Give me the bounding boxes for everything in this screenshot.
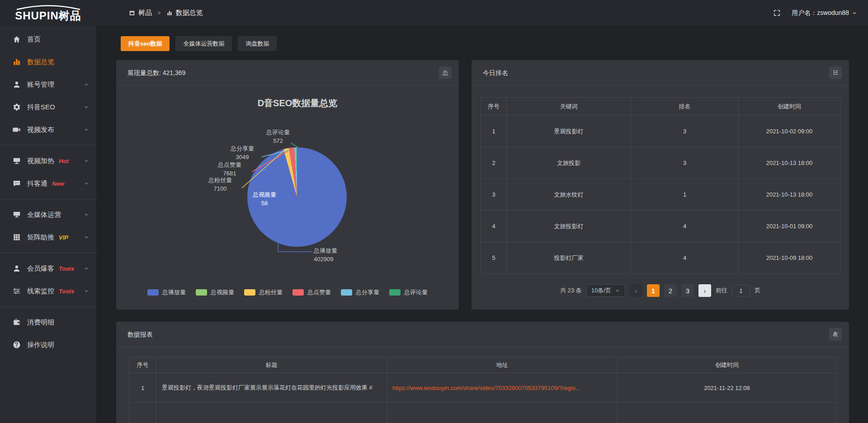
table-header-row: 序号标题地址创建时间 [129,357,837,373]
ranking-panel: 今日排名 日 序号关键词排名创建时间1景观投影灯32021-10-02 09:0… [472,60,849,310]
page-button-3[interactable]: 3 [681,284,694,297]
sidebar-item-clue-monitor[interactable]: 线索监控Tools [0,280,96,302]
video-icon [13,126,21,134]
chevron-down-icon [84,158,89,164]
sliders-icon [13,287,21,295]
tab-inquiry-data[interactable]: 询盘数据 [238,36,277,51]
chart-legend: 总播放量总视频量总粉丝量总点赞量总分享量总评论量 [116,288,459,296]
column-header: 地址 [387,357,618,373]
sidebar-item-douketong[interactable]: 抖客通New [0,172,96,195]
legend-swatch [341,289,352,296]
table-cell: 5 [481,242,507,274]
overview-total-text: 展现量总数: 421,369 [127,69,185,76]
sidebar-item-label: 抖音SEO [27,103,55,112]
table-cell: 3 [631,116,739,147]
legend-item[interactable]: 总播放量 [147,288,186,296]
chevron-down-icon [84,181,89,186]
prev-page-button[interactable]: ‹ [630,284,642,297]
pie-label-videos: 总视频量58 [240,190,289,207]
title-cell: 景观投影灯，夜游景观投影灯厂家展示展示落花灯在花园里的灯光投影应用效果 # [156,373,387,403]
table-cell: 2 [481,147,507,179]
page-size-select[interactable]: 10条/页 [586,284,625,297]
sidebar-item-douyin-seo[interactable]: 抖音SEO [0,96,96,118]
page-button-1[interactable]: 1 [647,284,660,297]
report-panel-header: 数据报表 [116,322,849,348]
breadcrumb-home[interactable]: 树品 [129,9,152,17]
bar-chart-icon [166,10,173,16]
next-page-button[interactable]: › [698,284,711,297]
legend-item[interactable]: 总粉丝量 [244,288,283,296]
data-tabs: 抖音seo数据全媒体运营数据询盘数据 [121,36,277,51]
legend-swatch [244,289,255,296]
legend-swatch [196,289,207,296]
legend-item[interactable]: 总视频量 [196,288,234,296]
user-icon [13,80,21,89]
sidebar-item-badge: Tools [59,288,74,295]
chevron-down-icon [615,288,620,293]
sidebar-item-data-overview[interactable]: 数据总览 [0,51,96,73]
chevron-down-icon [84,127,89,132]
report-title: 数据报表 [127,331,153,338]
table-cell: 投影灯厂家 [507,242,631,274]
legend-item[interactable]: 总评论量 [389,288,428,296]
legend-item[interactable]: 总分享量 [341,288,379,296]
user-menu[interactable]: 用户名：zswodun88 [792,9,857,17]
sidebar-item-badge: New [52,180,64,187]
sidebar-item-account-management[interactable]: 账号管理 [0,73,96,96]
sidebar-item-media-operation[interactable]: 全媒体运营 [0,203,96,226]
table-cell [156,403,387,423]
created-cell: 2021-11-22 12:08 [618,373,837,403]
legend-swatch [292,289,304,296]
legend-item[interactable]: 总点赞量 [292,288,331,296]
wallet-icon [13,318,21,326]
index-cell: 1 [129,373,156,403]
pie-label-shares: 总分享量3049 [217,144,267,161]
table-cell: 1 [481,116,507,147]
report-table: 序号标题地址创建时间1景观投影灯，夜游景观投影灯厂家展示展示落花灯在花园里的灯光… [129,357,837,423]
gear-icon [13,103,21,111]
table-cell: 文旅投影灯 [507,211,631,242]
table-cell: 文旅水纹灯 [507,179,631,211]
pagination: 共 23 条10条/页‹123›前往页 [472,284,849,297]
daily-badge[interactable]: 日 [829,66,842,79]
legend-label: 总分享量 [356,288,379,296]
table-row: 5投影灯厂家42021-10-09 18:00 [481,242,840,274]
table-cell: 3 [631,147,739,179]
sidebar-item-label: 消费明细 [27,318,54,327]
sidebar-item-video-heat[interactable]: 视频加热Hot [0,150,96,172]
pie-label-comments: 总评论量572 [253,128,303,145]
sidebar-item-consumption-detail[interactable]: 消费明细 [0,311,96,334]
goto-page-input[interactable] [732,285,750,296]
report-table: 序号标题地址创建时间1景观投影灯，夜游景观投影灯厂家展示展示落花灯在花园里的灯光… [129,357,837,423]
sidebar-item-label: 首页 [27,35,41,44]
chevron-down-icon [84,212,89,217]
sidebar-item-instructions[interactable]: 操作说明 [0,334,96,356]
sidebar-item-home[interactable]: 首页 [0,28,96,51]
table-header-row: 序号关键词排名创建时间 [481,98,840,116]
logo[interactable]: SHUPIN树品 [0,5,96,21]
column-header: 排名 [631,98,739,116]
chevron-down-icon [84,104,89,110]
video-link[interactable]: https://www.iesdouyin.com/share/video/70… [392,385,580,391]
logo-text: SHUPIN树品 [15,10,81,21]
fullscreen-icon[interactable] [773,9,781,17]
sidebar-item-badge: VIP [59,234,68,241]
top-header: SHUPIN树品 树品 > 数据总览 用户名：zswodun88 [0,0,868,26]
pie-label-fans: 总粉丝量7100 [195,176,245,193]
breadcrumb-current[interactable]: 数据总览 [166,9,203,17]
sidebar-item-video-publish[interactable]: 视频发布 [0,118,96,141]
table-badge[interactable]: 表 [829,328,842,341]
breadcrumb: 树品 > 数据总览 [129,9,203,17]
sidebar-item-member-burst[interactable]: 会员爆客Tools [0,257,96,280]
page-button-2[interactable]: 2 [664,284,677,297]
sidebar-divider [0,306,96,307]
tab-douyin-seo-data[interactable]: 抖音seo数据 [121,36,170,51]
chat-icon [13,179,21,188]
total-badge[interactable]: 总 [439,66,452,79]
column-header: 标题 [156,357,387,373]
sidebar-item-matrix-boost[interactable]: 矩阵助推VIP [0,226,96,249]
sidebar-menu: 首页数据总览账号管理抖音SEO视频发布视频加热Hot抖客通New全媒体运营矩阵助… [0,26,96,356]
tab-media-operation-data[interactable]: 全媒体运营数据 [175,36,232,51]
sidebar-divider [0,253,96,253]
table-cell [387,403,618,423]
